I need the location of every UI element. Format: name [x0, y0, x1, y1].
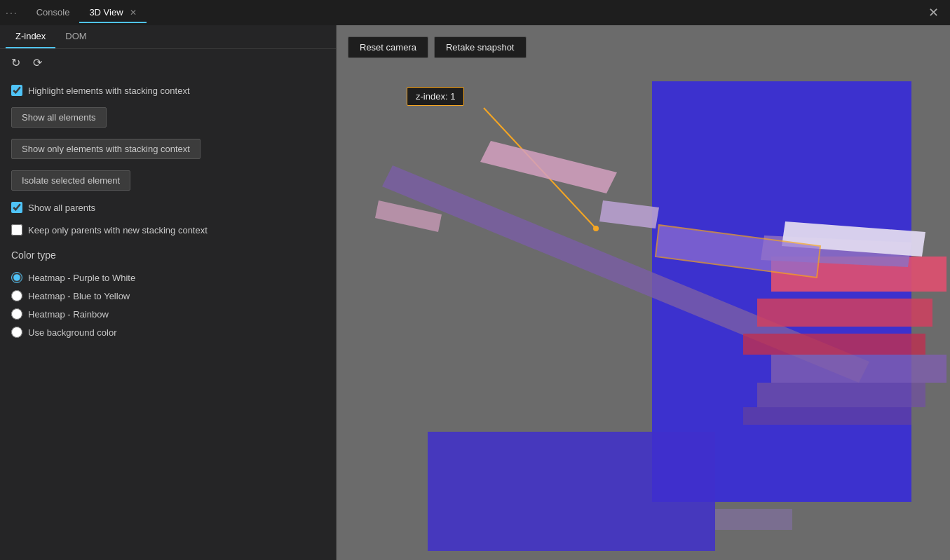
retake-snapshot-button[interactable]: Retake snapshot: [434, 36, 527, 58]
color-type-group: Heatmap - Purple to White Heatmap - Blue…: [11, 272, 325, 338]
tab-close-icon[interactable]: ✕: [130, 8, 137, 18]
show-parents-checkbox-row[interactable]: Show all parents: [11, 202, 325, 213]
left-panel: Z-index DOM ↻ ⟳ Highlight elements with …: [0, 25, 337, 560]
svg-marker-13: [757, 383, 925, 407]
svg-marker-9: [757, 299, 932, 327]
svg-marker-10: [743, 334, 925, 355]
subtabs: Z-index DOM: [0, 25, 336, 49]
radio-purple-white[interactable]: Heatmap - Purple to White: [11, 272, 325, 283]
radio-bg-color[interactable]: Use background color: [11, 327, 325, 338]
controls-section: Highlight elements with stacking context…: [0, 76, 336, 346]
svg-marker-17: [715, 509, 792, 530]
radio-rainbow[interactable]: Heatmap - Rainbow: [11, 308, 325, 320]
isolate-button[interactable]: Isolate selected element: [11, 170, 130, 191]
tab-console[interactable]: Console: [27, 3, 80, 23]
keep-parents-checkbox-row[interactable]: Keep only parents with new stacking cont…: [11, 224, 325, 235]
right-panel: Reset camera Retake snapshot z-index: 1: [337, 25, 950, 560]
radio-blue-yellow[interactable]: Heatmap - Blue to Yellow: [11, 290, 325, 301]
show-all-button[interactable]: Show all elements: [11, 107, 107, 128]
highlight-label: Highlight elements with stacking context: [28, 86, 190, 96]
refresh-button[interactable]: ↻: [8, 55, 23, 71]
zindex-tooltip: z-index: 1: [407, 87, 464, 106]
show-parents-label: Show all parents: [28, 203, 95, 213]
tab-dom[interactable]: DOM: [55, 25, 96, 48]
svg-point-2: [593, 226, 599, 231]
view-buttons: Reset camera Retake snapshot: [348, 36, 527, 58]
show-parents-checkbox[interactable]: [11, 202, 22, 213]
keep-parents-checkbox[interactable]: [11, 224, 22, 235]
reset-button[interactable]: ⟳: [30, 55, 45, 71]
titlebar: ··· Console 3D View ✕ ✕: [0, 0, 950, 25]
reset-camera-button[interactable]: Reset camera: [348, 36, 428, 58]
main-container: Z-index DOM ↻ ⟳ Highlight elements with …: [0, 25, 950, 560]
toolbar: ↻ ⟳: [0, 49, 336, 76]
svg-marker-4: [428, 432, 715, 551]
svg-marker-12: [771, 355, 946, 383]
show-stacking-button[interactable]: Show only elements with stacking context: [11, 139, 201, 159]
canvas-area[interactable]: Reset camera Retake snapshot z-index: 1: [337, 25, 950, 560]
window-close-button[interactable]: ✕: [923, 5, 944, 20]
highlight-checkbox-row[interactable]: Highlight elements with stacking context: [11, 85, 325, 96]
keep-parents-label: Keep only parents with new stacking cont…: [28, 225, 208, 235]
more-tabs-icon[interactable]: ···: [6, 7, 18, 18]
tab-3dview[interactable]: 3D View ✕: [79, 3, 147, 23]
svg-marker-14: [743, 407, 911, 425]
highlight-checkbox[interactable]: [11, 85, 22, 96]
tab-zindex[interactable]: Z-index: [6, 25, 55, 48]
color-type-label: Color type: [11, 250, 325, 261]
